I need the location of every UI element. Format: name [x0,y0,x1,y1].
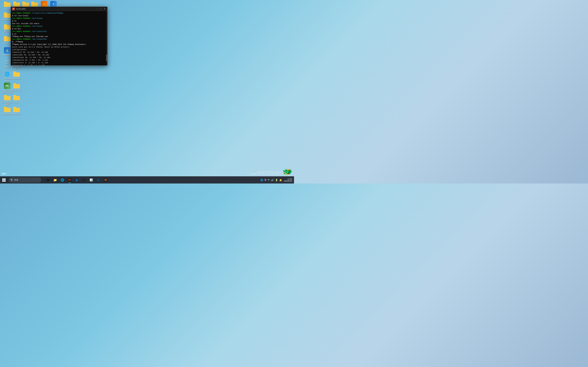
taskbar-app-mobatek[interactable]: M [102,177,109,183]
desktop-icon-ninja[interactable]: ninja [11,94,23,104]
terminal-line-20: libavfilter 9. 11.100 / 9. 11.100 [12,62,106,64]
taskbar-datetime[interactable]: 21:28 2023/9/10 [284,178,292,182]
taskbar-system-icons: 🌐 英 中 🔊 🔋 🔔 [260,179,282,181]
taskbar-app-file-manager[interactable]: 📁 [52,177,58,183]
desktop-icon-photoshop[interactable]: photosho... [11,106,23,116]
terminal-line-18: libavformat 60. 11.100 / 60. 11.100 [12,56,106,59]
terminal-line-13: ffmpeg version 5.1.git Copyright (c) 200… [12,43,106,46]
taskbar-app-task-view[interactable]: ⊞ [45,177,51,183]
taskbar: 🔍 搜索 ⊞ 📁 🌐 M ◆ ⬡ 📊 [0,176,294,184]
terminal-line-16: libavutil 58. 19.100 / 58. 19.100 [12,51,106,54]
terminal-line-5: bin etc include lib share [12,22,106,25]
terminal-line-1: lin_h@dev MINGW64 /c/users/lin_h/desktop… [12,12,106,15]
terminal-line-8: lin_h@dev MINGW64 /usr/local/bin [12,30,106,33]
terminal-title-icon: M [12,8,15,10]
desktop-icon-lz4net-label: lz4net-mas... [11,78,23,80]
taskbar-search[interactable]: 🔍 搜索 [9,177,41,183]
terminal-line-4: $ ls [12,20,106,22]
ime-icon[interactable]: 英 [264,179,267,181]
terminal-line-6: lin_h@dev MINGW64 /usr/local [12,25,106,28]
taskbar-app-settings[interactable]: ⚙ [95,177,102,183]
windows-logo-icon [2,178,6,182]
terminal-line-14: built with gcc 12.2.0 (Rev10, Built by M… [12,46,106,49]
terminal-line-9: $ ls [12,33,106,35]
taskbar-time: 21:28 [287,178,292,180]
network-icon[interactable]: 🌐 [260,179,263,181]
search-text: 搜索 [14,179,18,181]
taskbar-app-terminal[interactable]: M [66,177,73,183]
desktop-icon-ninja-label: ninja [11,101,23,103]
taskbar-app-edge[interactable]: 🌐 [59,177,66,183]
terminal-close-button[interactable]: ✕ [103,8,106,10]
terminal-titlebar: M /usr/local/bin – □ ✕ [11,7,107,11]
terminal-icon-letter: M [13,8,14,10]
desktop: demo C编程视点面设置Terminal qtquickexam... gtk… [0,0,294,184]
terminal-scrollbar-thumb[interactable] [106,55,107,61]
terminal-body: lin_h@dev MINGW64 /c/users/lin_h/desktop… [11,11,107,65]
terminal-line-17: libavcodec 60. 26.100 / 60. 26.100 [12,54,106,56]
terminal-line-21: libswscale 7. 3.100 / 7. 3.100 [12,64,106,65]
terminal-controls: – □ ✕ [95,8,106,10]
volume-icon[interactable]: 🔊 [271,179,274,181]
terminal-maximize-button[interactable]: □ [99,8,102,10]
desktop-icon-mstsc[interactable]: MSTSC_CL... [11,82,23,92]
ime-mode-icon[interactable]: 中 [268,179,270,181]
win-build-line1: Windows 11 专业工作站版 Insider Preview [251,171,284,173]
windows-build-info: Windows 11 专业工作站版 Insider Preview 评估版本。B… [251,171,284,175]
desktop-icon-photoshop-label: photosho... [11,113,23,115]
taskbar-app-git[interactable]: ⬡ [81,177,87,183]
search-icon: 🔍 [10,179,13,181]
terminal-line-11: lin_h@dev MINGW64 /usr/local/bin [12,38,106,41]
terminal-line-10: ffmpeg.exe ffplay.exe ffprobe.exe [12,35,106,38]
terminal-line-2: $ cd /usr/local [12,15,106,17]
taskbar-apps: ⊞ 📁 🌐 M ◆ ⬡ 📊 ⚙ M [45,177,109,183]
taskbar-app-vscode[interactable]: ◆ [73,177,80,183]
win-build-line2: 评估版本。Build 23541 ni_prerelease.230901-14… [251,173,284,175]
terminal-line-7: $ cd bin [12,28,106,30]
terminal-title-text: /usr/local/bin [16,8,95,10]
notification-icon[interactable]: 🔔 [279,179,282,181]
desktop-icon-lz4net[interactable]: lz4net-mas... [11,70,23,80]
terminal-line-12: $ ./ffmpeg [12,41,106,43]
desktop-icon-mstsc-label: MSTSC_CL... [11,90,23,92]
start-button[interactable] [1,177,7,183]
terminal-scrollbar[interactable] [106,11,107,65]
terminal-line-15: configuration: [12,49,106,51]
desktop-icon-llvm-label: llvm-project 无... [11,66,23,70]
temperature-badge: 26°C [2,173,6,175]
taskbar-date: 2023/9/10 [284,180,292,182]
battery-icon[interactable]: 🔋 [275,179,278,181]
terminal-minimize-button[interactable]: – [95,8,98,10]
terminal-line-3: lin_h@dev MINGW64 /usr/local [12,17,106,20]
terminal-line-19: libavdevice 60. 2.101 / 60. 2.101 [12,59,106,62]
taskbar-app-task-manager[interactable]: 📊 [88,177,95,183]
taskbar-right: 🌐 英 中 🔊 🔋 🔔 21:28 2023/9/10 [260,178,294,182]
terminal-window: M /usr/local/bin – □ ✕ lin_h@dev MINGW64… [11,7,107,66]
